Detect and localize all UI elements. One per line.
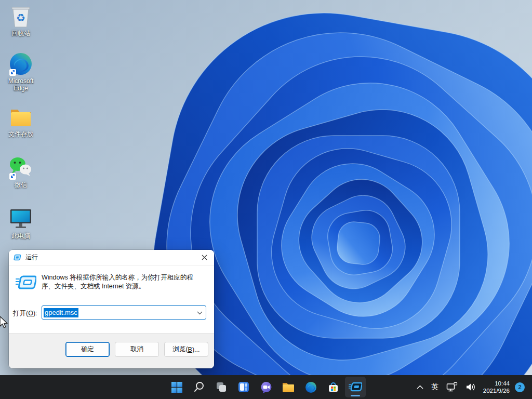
task-view-icon (216, 381, 227, 393)
tray-chevron-button[interactable] (414, 377, 426, 397)
edge-icon (305, 381, 317, 393)
cancel-button[interactable]: 取消 (115, 342, 159, 357)
this-pc-icon (8, 207, 33, 231)
open-field-label: 打开(O): (13, 309, 37, 318)
task-view-button[interactable] (211, 377, 232, 397)
desktop-icon-label: 此电脑 (11, 232, 30, 240)
edge-icon (8, 52, 33, 76)
store-button[interactable] (323, 377, 343, 397)
dialog-footer: 确定 取消 浏览(B)... (9, 333, 214, 368)
run-command-input[interactable]: gpedit.msc (42, 305, 206, 320)
search-button[interactable] (189, 377, 209, 397)
file-explorer-button[interactable] (278, 377, 299, 397)
desktop-icon-folder[interactable]: 文件存放 (1, 105, 41, 138)
run-dialog: 运行 Windows 将根据你所输入的名称，为你打开相应的程序、文件夹、文档或 … (9, 250, 214, 368)
chat-button[interactable] (256, 377, 276, 397)
active-app-indicator (351, 395, 360, 396)
chevron-up-icon (417, 385, 423, 389)
desktop-icon-label: 文件存放 (8, 130, 33, 138)
widgets-icon (238, 381, 249, 393)
browse-button[interactable]: 浏览(B)... (164, 342, 208, 357)
desktop-icon-this-pc[interactable]: 此电脑 (1, 207, 41, 240)
svg-text:♻: ♻ (16, 11, 25, 24)
clock[interactable]: 10:44 2021/9/26 (483, 380, 510, 395)
dialog-titlebar[interactable]: 运行 (9, 250, 214, 265)
start-button[interactable] (166, 377, 187, 397)
notification-badge[interactable]: 2 (515, 382, 525, 392)
file-explorer-icon (282, 381, 295, 393)
network-button[interactable] (444, 377, 460, 397)
run-icon (14, 254, 21, 261)
desktop-icon-edge[interactable]: Microsoft Edge (1, 52, 41, 92)
ime-label: 英 (431, 382, 438, 392)
run-app-button[interactable] (345, 377, 366, 397)
desktop-icon-label: 回收站 (11, 30, 30, 37)
widgets-button[interactable] (233, 377, 254, 397)
network-icon (446, 382, 458, 392)
desktop-icon-label: 微信 (15, 181, 27, 189)
folder-icon (8, 105, 33, 129)
desktop-icon-recycle-bin[interactable]: ♻ 回收站 (1, 4, 41, 37)
close-icon (202, 255, 207, 260)
run-icon-large (16, 273, 36, 294)
desktop-icon-wechat[interactable]: 微信 (1, 156, 41, 189)
dialog-description: Windows 将根据你所输入的名称，为你打开相应的程序、文件夹、文档或 Int… (42, 273, 200, 291)
shortcut-arrow-icon (9, 173, 16, 180)
tray-date: 2021/9/26 (483, 387, 510, 394)
edge-button[interactable] (300, 377, 321, 397)
store-icon (327, 381, 339, 393)
taskbar: 英 10:44 2021/9/26 2 (0, 375, 532, 399)
ime-indicator[interactable]: 英 (429, 377, 441, 397)
selected-input-text: gpedit.msc (44, 308, 78, 317)
close-button[interactable] (194, 250, 214, 265)
desktop-icon-label: Microsoft Edge (1, 77, 41, 92)
wechat-icon (8, 156, 33, 180)
recycle-bin-icon: ♻ (8, 4, 33, 28)
tray-time: 10:44 (483, 380, 510, 387)
windows-start-icon (171, 382, 182, 393)
search-icon (193, 381, 205, 393)
run-app-icon (349, 381, 362, 393)
combo-dropdown-button[interactable] (197, 309, 203, 316)
shortcut-arrow-icon (9, 69, 16, 76)
volume-button[interactable] (463, 377, 478, 397)
dialog-title: 运行 (25, 253, 38, 262)
volume-icon (466, 382, 476, 392)
ok-button[interactable]: 确定 (65, 342, 110, 357)
chat-icon (260, 381, 272, 393)
chevron-down-icon (197, 311, 203, 315)
